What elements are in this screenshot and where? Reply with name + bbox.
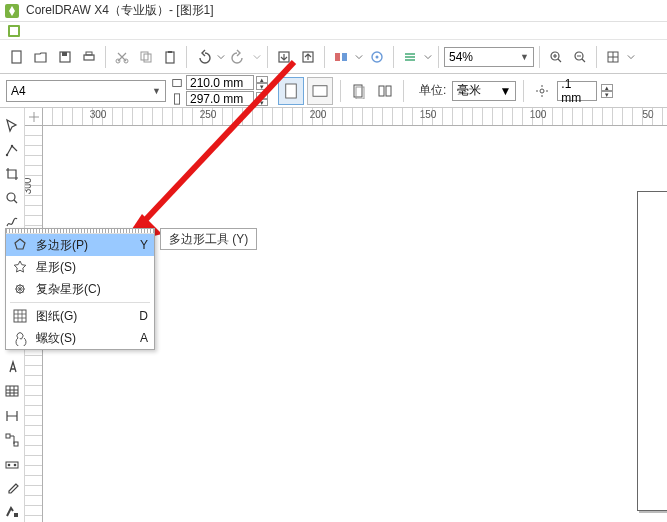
star-icon [12,259,28,275]
svg-rect-7 [86,52,92,55]
separator [10,302,150,303]
property-bar: A4 ▼ 210.0 mm ▴▾ 297.0 mm ▴▾ 单位: 毫米 ▼ .1… [0,74,667,108]
save-button[interactable] [54,46,76,68]
outline-tool[interactable] [2,503,22,522]
paste-button[interactable] [159,46,181,68]
flyout-item-star[interactable]: 星形(S) [6,256,154,278]
flyout-item-polygon[interactable]: 多边形(P) Y [6,234,154,256]
svg-point-32 [6,154,8,156]
redo-button[interactable] [228,46,250,68]
unit-label: 单位: [419,82,446,99]
ruler-tick: 150 [420,109,437,120]
connector-tool[interactable] [2,430,22,449]
zoom-out-icon[interactable] [569,46,591,68]
polygon-flyout-menu: 多边形(P) Y 星形(S) 复杂星形(C) 图纸(G) D 螺纹(S) A [5,228,155,350]
flyout-item-spiral[interactable]: 螺纹(S) A [6,327,154,349]
svg-point-45 [14,464,17,467]
unit-value: 毫米 [457,82,481,99]
export-button[interactable] [297,46,319,68]
ruler-tick: 100 [530,109,547,120]
undo-dropdown[interactable] [216,46,226,68]
new-doc-button[interactable] [6,46,28,68]
app-logo-icon [4,3,20,19]
undo-button[interactable] [192,46,214,68]
page-frame-button[interactable] [348,80,370,102]
svg-rect-46 [14,513,18,517]
redo-dropdown[interactable] [252,46,262,68]
launcher-dropdown[interactable] [354,46,364,68]
cut-button[interactable] [111,46,133,68]
separator [340,80,341,102]
spiral-icon [12,330,28,346]
nudge-icon [531,80,553,102]
height-spinner[interactable]: ▴▾ [256,92,268,106]
page-height-input[interactable]: 297.0 mm [186,91,254,106]
tooltip: 多边形工具 (Y) [160,228,257,250]
dimension-tool[interactable] [2,406,22,425]
svg-rect-30 [386,86,391,96]
separator [186,46,187,68]
zoom-level-select[interactable]: 54% ▼ [444,47,534,67]
svg-rect-3 [12,51,21,63]
flyout-shortcut: Y [140,238,148,252]
separator [523,80,524,102]
nudge-distance-input[interactable]: .1 mm [557,81,597,101]
flyout-item-graph-paper[interactable]: 图纸(G) D [6,305,154,327]
svg-point-19 [376,55,379,58]
svg-rect-13 [168,51,172,53]
grid-icon [12,308,28,324]
flyout-shortcut: A [140,331,148,345]
svg-rect-24 [174,93,179,103]
text-tool[interactable] [2,358,22,377]
options-button[interactable] [399,46,421,68]
crop-tool[interactable] [2,164,22,183]
page-width-input[interactable]: 210.0 mm [186,75,254,90]
welcome-button[interactable] [366,46,388,68]
interactive-fill-tool[interactable] [2,454,22,473]
portrait-button[interactable] [278,77,304,105]
options-dropdown[interactable] [423,46,433,68]
svg-rect-2 [10,27,18,35]
orientation-group [278,77,333,105]
svg-rect-41 [6,434,10,438]
svg-rect-5 [62,52,67,56]
svg-rect-29 [379,86,384,96]
svg-rect-26 [313,85,327,96]
separator [403,80,404,102]
tooltip-text: 多边形工具 (Y) [169,231,248,248]
horizontal-ruler[interactable]: 300 250 200 150 100 50 [43,108,667,126]
shape-edit-tool[interactable] [2,140,22,159]
pick-tool[interactable] [2,116,22,135]
open-button[interactable] [30,46,52,68]
separator [105,46,106,68]
app-title: CorelDRAW X4（专业版）- [图形1] [26,2,214,19]
facing-pages-button[interactable] [374,80,396,102]
svg-rect-23 [173,79,182,86]
zoom-tool[interactable] [2,189,22,208]
chevron-down-icon: ▼ [520,52,529,62]
eyedropper-tool[interactable] [2,479,22,498]
copy-button[interactable] [135,46,157,68]
unit-select[interactable]: 毫米 ▼ [452,81,516,101]
flyout-item-complex-star[interactable]: 复杂星形(C) [6,278,154,300]
flyout-shortcut: D [139,309,148,323]
complex-star-icon [12,281,28,297]
app-launcher-button[interactable] [330,46,352,68]
snap-dropdown[interactable] [626,46,636,68]
nudge-spinner[interactable]: ▴▾ [601,84,613,98]
table-tool[interactable] [2,382,22,401]
import-button[interactable] [273,46,295,68]
landscape-button[interactable] [307,77,333,105]
page-boundary [637,191,667,511]
ruler-tick: 300 [25,171,33,201]
svg-rect-48 [14,310,26,322]
ruler-tick: 200 [310,109,327,120]
title-bar: CorelDRAW X4（专业版）- [图形1] [0,0,667,22]
svg-rect-6 [84,55,94,60]
width-spinner[interactable]: ▴▾ [256,76,268,90]
zoom-in-icon[interactable] [545,46,567,68]
ruler-origin[interactable] [25,108,43,126]
paper-size-select[interactable]: A4 ▼ [6,80,166,102]
snap-button[interactable] [602,46,624,68]
print-button[interactable] [78,46,100,68]
